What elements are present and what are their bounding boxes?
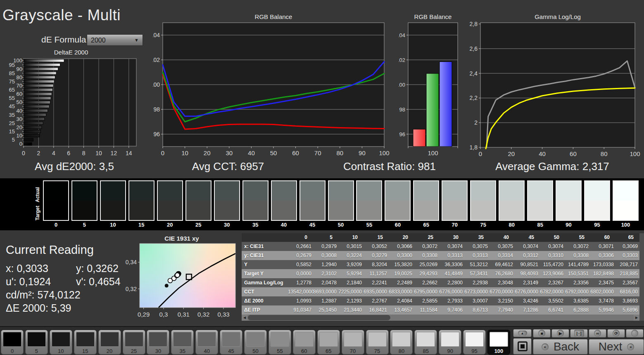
back-button[interactable]: « Back — [533, 339, 588, 355]
grayscale-swatch-100 — [613, 180, 639, 221]
svg-text:40: 40 — [539, 150, 546, 157]
patch-button-label: 65 — [318, 348, 340, 354]
patch-button-85[interactable]: 85 — [414, 330, 437, 355]
patch-button-0[interactable]: 0 — [1, 330, 24, 355]
table-header-row: 05101520253035404550556065 — [242, 233, 639, 242]
table-cell: 208,717 — [615, 260, 639, 269]
patch-swatch — [197, 332, 216, 347]
collapse-up-button[interactable]: ▲ — [513, 329, 532, 337]
table-cell: 29,4293 — [414, 269, 439, 278]
scroll-left-icon[interactable]: ◀ — [242, 315, 247, 321]
table-column-header: 40 — [490, 233, 515, 242]
svg-text:45: 45 — [9, 103, 15, 109]
patch-button-60[interactable]: 60 — [293, 330, 316, 355]
scroll-right-icon[interactable]: ▶ — [634, 315, 639, 321]
table-row-label: y: CIE31 — [242, 251, 288, 260]
patch-button-label: 60 — [293, 348, 315, 354]
bracket-range-button[interactable]: [··] — [570, 329, 588, 338]
patch-button-75[interactable]: 75 — [366, 330, 389, 355]
patch-button-label: 85 — [415, 348, 437, 354]
table-row-label: x: CIE31 — [242, 242, 288, 251]
table-cell: 76,2680 — [490, 269, 515, 278]
table-row: y: CIE310,26790,30080,32240,32790,33000,… — [242, 251, 639, 260]
swatch-level-label: 60 — [385, 222, 411, 228]
svg-text:55: 55 — [9, 95, 15, 101]
current-reading-heading: Current Reading — [6, 243, 94, 257]
infinity-loop-button[interactable]: ∞ — [589, 329, 606, 338]
svg-text:30: 30 — [226, 149, 233, 156]
patch-button-20[interactable]: 20 — [98, 330, 121, 355]
calibration-app-window: { "window": { "title": "Grayscale - Mult… — [0, 0, 644, 355]
svg-text:104: 104 — [399, 32, 405, 38]
de-formula-label: dE Formula: — [41, 35, 88, 45]
reading-u: u': 0,1924 — [6, 276, 73, 288]
svg-text:2: 2 — [37, 150, 40, 156]
patch-button-label: 25 — [123, 348, 145, 354]
scrollbar-thumb[interactable] — [248, 315, 390, 320]
table-row: Y0,58521,29403,92098,320415,382025,02693… — [242, 260, 639, 269]
table-column-header: 5 — [313, 233, 338, 242]
svg-text:0,34: 0,34 — [126, 259, 137, 265]
svg-text:100: 100 — [399, 82, 405, 88]
grayscale-swatch-30 — [214, 180, 240, 221]
patch-button-10[interactable]: 10 — [50, 330, 72, 355]
table-cell: 182,8498 — [590, 269, 615, 278]
play-button[interactable]: ▶ — [551, 329, 569, 338]
svg-text:102: 102 — [153, 57, 160, 63]
rgb-balance-bar-chart: RGB Balance9698100102104100 — [399, 12, 461, 161]
patch-swatch — [100, 332, 119, 347]
table-cell: 6776,0000 — [439, 287, 464, 296]
patch-button-55[interactable]: 55 — [269, 330, 291, 355]
patch-button-40[interactable]: 40 — [195, 330, 218, 355]
de-formula-dropdown[interactable]: 2000 ▼ — [87, 34, 143, 46]
table-cell: 0,3015 — [338, 242, 364, 251]
pattern-window-button[interactable] — [513, 338, 532, 355]
patch-swatch — [246, 332, 265, 347]
table-column-header: 50 — [540, 233, 565, 242]
table-cell: 13542,0000 — [288, 287, 313, 296]
patch-button-65[interactable]: 65 — [317, 330, 340, 355]
svg-text:98: 98 — [399, 106, 405, 113]
table-cell: 0,0000 — [288, 269, 313, 278]
table-cell: 6,2888 — [565, 305, 590, 315]
table-cell: 0,2679 — [288, 251, 313, 260]
table-cell: 0,2661 — [288, 242, 313, 251]
blank-circle-button[interactable] — [626, 329, 644, 338]
table-cell: 41,4849 — [439, 269, 464, 278]
svg-text:0: 0 — [19, 141, 22, 147]
patch-button-50[interactable]: 50 — [244, 330, 267, 355]
patch-button-5[interactable]: 5 — [25, 330, 48, 355]
patch-button-35[interactable]: 35 — [171, 330, 194, 355]
table-horizontal-scrollbar[interactable]: ◀ ▶ — [242, 315, 639, 321]
svg-text:1,8: 1,8 — [470, 144, 478, 151]
patch-button-15[interactable]: 15 — [74, 330, 97, 355]
refresh-button[interactable]: ⟳ — [607, 329, 625, 338]
patch-button-label: 45 — [220, 348, 242, 354]
patch-button-100[interactable]: 100 — [487, 330, 510, 355]
infinity-loop-icon: ∞ — [594, 330, 601, 337]
contrast-ratio-stat: Contrast Ratio: 981 — [323, 160, 456, 175]
table-cell: 8693,0000 — [313, 287, 338, 296]
table-cell: 0,3069 — [615, 242, 639, 251]
table-cell: 6795,0000 — [414, 287, 439, 296]
reading-luminance: cd/m²: 574,0122 — [6, 289, 81, 301]
swatch-actual-half — [129, 181, 154, 201]
patch-button-95[interactable]: 95 — [463, 330, 486, 355]
patch-swatch — [149, 332, 167, 347]
table-cell: 9,7406 — [439, 305, 464, 315]
patch-button-30[interactable]: 30 — [147, 330, 169, 355]
patch-button-45[interactable]: 45 — [220, 330, 242, 355]
patch-button-90[interactable]: 90 — [439, 330, 461, 355]
swatch-level-label: 35 — [242, 222, 269, 228]
table-row: Target Y0,00002,31025,929411,125719,0025… — [242, 269, 639, 278]
table-vertical-scrollbar[interactable] — [639, 233, 644, 321]
table-cell: 0,3310 — [540, 251, 565, 260]
swatch-level-label: 75 — [470, 222, 496, 228]
next-button[interactable]: Next » — [589, 339, 644, 355]
patch-button-70[interactable]: 70 — [342, 330, 364, 355]
patch-button-25[interactable]: 25 — [123, 330, 145, 355]
table-cell: 0,3052 — [364, 242, 389, 251]
swatch-actual-half — [414, 181, 438, 201]
stop-button[interactable]: ■ — [533, 329, 551, 338]
patch-button-80[interactable]: 80 — [390, 330, 413, 355]
